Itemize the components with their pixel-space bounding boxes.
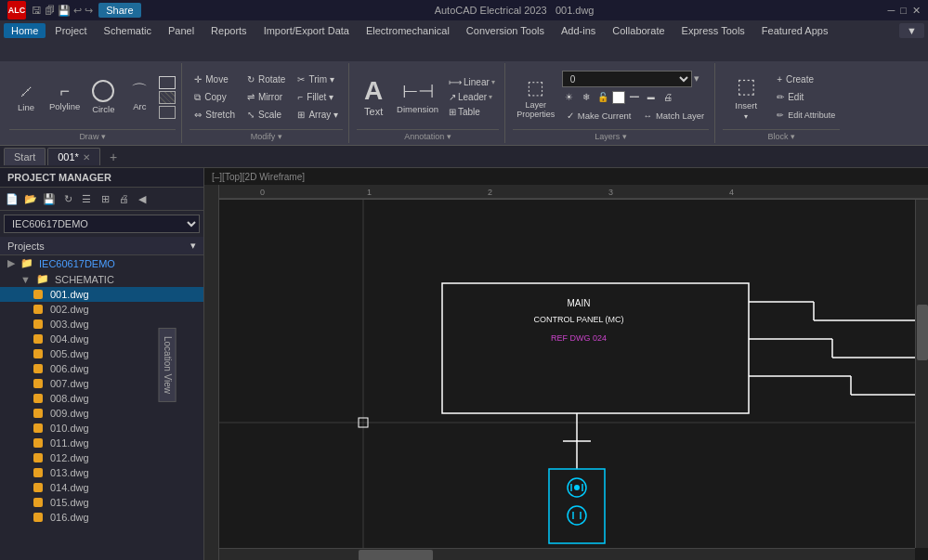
scale-button[interactable]: ⤡ Scale [242,107,290,124]
tab-001[interactable]: 001* ✕ [47,148,100,165]
tree-item-001dwg[interactable]: 001.dwg [0,287,203,302]
menu-item-reports[interactable]: Reports [203,23,255,38]
match-layer-button[interactable]: ↔ Match Layer [638,108,709,124]
layer-freeze-icon[interactable]: ❄ [579,90,594,105]
menu-item-project[interactable]: Project [47,23,94,38]
projects-arrow[interactable]: ▾ [190,240,196,252]
workspace-selector[interactable]: ▼ [899,23,924,38]
refresh-button[interactable]: ↻ [59,190,76,207]
menu-item-addins[interactable]: Add-ins [554,23,603,38]
layer-lineweight-icon[interactable]: ▬ [644,90,659,105]
make-current-button[interactable]: ✓ Make Current [562,108,636,124]
layer-properties-button[interactable]: ⬚ LayerProperties [513,72,559,124]
tree-item-002dwg[interactable]: 002.dwg [0,302,203,317]
ribbon-content: ⟋ Line ⌐ Polyline Circle ⌒ Arc [0,61,928,145]
line-button[interactable]: ⟋ Line [9,72,43,124]
menu-item-schematic[interactable]: Schematic [97,23,159,38]
linear-dropdown[interactable]: ⟼ Linear ▾ [445,75,499,89]
edit-block-button[interactable]: ✏ Edit [772,89,840,106]
insert-button[interactable]: ⬚ Insert ▾ [723,72,769,124]
project-dropdown[interactable]: IEC60617DEMO [4,215,200,233]
tree-item-010dwg[interactable]: 010.dwg [0,421,203,436]
properties-button[interactable]: ⊞ [97,190,113,207]
tab-start[interactable]: Start [4,148,46,165]
copy-button[interactable]: ⧉ Copy [190,89,240,106]
text-button[interactable]: A Text [357,72,390,124]
save-project-button[interactable]: 💾 [41,190,58,207]
minimize-button[interactable]: ─ [888,5,895,17]
circle-button[interactable]: Circle [86,72,120,124]
circle-icon [92,80,114,102]
modify-buttons: ✛ Move ⧉ Copy ⇔ Stretch ↻ Rotate ⇌ Mirro… [190,65,343,129]
fillet-button[interactable]: ⌐ Fillet ▾ [293,89,343,106]
layer-color-icon[interactable] [612,91,625,104]
drawing-list-button[interactable]: ☰ [78,190,95,207]
tree-item-SCHEMATIC[interactable]: ▼📁SCHEMATIC [0,271,203,287]
print-button[interactable]: 🖨 [115,190,132,207]
tree-item-016dwg[interactable]: 016.dwg [0,510,203,525]
layer-dropdown-arrow[interactable]: ▾ [694,72,699,85]
location-view-tab[interactable]: Location View [158,327,176,401]
layer-sun-icon[interactable]: ☀ [562,90,577,105]
svg-text:3: 3 [608,188,613,197]
tree-item-012dwg[interactable]: 012.dwg [0,450,203,465]
layer-linetype-icon[interactable]: ━━ [627,90,642,105]
text-icon: A [364,78,383,104]
array-button[interactable]: ⊞ Array ▾ [293,107,343,124]
draw-label: Draw ▾ [9,129,176,141]
move-button[interactable]: ✛ Move [190,72,240,88]
vertical-scrollbar[interactable] [915,200,928,548]
tree-item-013dwg[interactable]: 013.dwg [0,465,203,480]
menu-item-home[interactable]: Home [4,23,46,38]
project-manager: PROJECT MANAGER 📄 📂 💾 ↻ ☰ ⊞ 🖨 ◀ IEC60617… [0,168,204,560]
layers-label: Layers ▾ [513,129,709,141]
tree-item-IEC60617DEMO[interactable]: ▶📁IEC60617DEMO [0,255,203,271]
drawing-canvas[interactable]: MAIN CONTROL PANEL (MC) REF DWG 024 [219,200,928,560]
menu-bar: Home Project Schematic Panel Reports Imp… [0,20,928,41]
table-dropdown[interactable]: ⊞ Table [445,105,499,119]
menu-item-electromechanical[interactable]: Electromechanical [359,23,457,38]
stretch-button[interactable]: ⇔ Stretch [190,107,240,124]
svg-text:2: 2 [488,188,492,197]
edit-attribute-button[interactable]: ✏ Edit Attribute [772,107,840,124]
layer-print-icon[interactable]: 🖨 [660,90,675,105]
open-project-button[interactable]: 📂 [22,190,39,207]
rectangle-button[interactable] [159,76,176,89]
svg-point-29 [574,485,580,490]
menu-item-collaborate[interactable]: Collaborate [605,23,672,38]
mirror-button[interactable]: ⇌ Mirror [242,89,290,106]
maximize-button[interactable]: □ [900,5,907,17]
create-block-button[interactable]: + Create [772,72,840,88]
window-title: AutoCAD Electrical 2023 001.dwg [435,5,595,16]
close-button[interactable]: ✕ [912,5,921,17]
menu-item-panel[interactable]: Panel [161,23,202,38]
menu-item-featured[interactable]: Featured Apps [754,23,836,38]
edit-icon: ✏ [777,92,784,102]
tree-item-014dwg[interactable]: 014.dwg [0,480,203,495]
menu-item-import-export[interactable]: Import/Export Data [256,23,357,38]
dimension-button[interactable]: ⊢⊣ Dimension [393,72,442,124]
layer-selector[interactable]: 0 [562,71,692,87]
leader-dropdown[interactable]: ↗ Leader ▾ [445,90,499,104]
tab-close-001[interactable]: ✕ [83,152,90,163]
menu-item-conversion[interactable]: Conversion Tools [459,23,552,38]
tree-item-015dwg[interactable]: 015.dwg [0,495,203,510]
menu-item-express[interactable]: Express Tools [674,23,752,38]
gradient-button[interactable] [159,106,176,119]
add-tab-button[interactable]: + [102,147,124,167]
layer-lock-icon[interactable]: 🔓 [595,90,610,105]
copy-icon: ⧉ [194,92,201,103]
ribbon-tabs [0,41,928,61]
polyline-button[interactable]: ⌐ Polyline [46,72,84,124]
projects-section-header: Projects ▾ [0,237,203,255]
tree-item-009dwg[interactable]: 009.dwg [0,406,203,421]
more-button[interactable]: ◀ [134,190,150,207]
new-project-button[interactable]: 📄 [4,190,20,207]
rotate-button[interactable]: ↻ Rotate [242,72,290,88]
horizontal-scrollbar[interactable] [219,548,915,560]
trim-button[interactable]: ✂ Trim ▾ [293,72,343,88]
tree-item-011dwg[interactable]: 011.dwg [0,436,203,450]
hatch-button[interactable] [159,91,176,104]
share-button[interactable]: Share [98,3,140,18]
arc-button[interactable]: ⌒ Arc [123,72,156,124]
